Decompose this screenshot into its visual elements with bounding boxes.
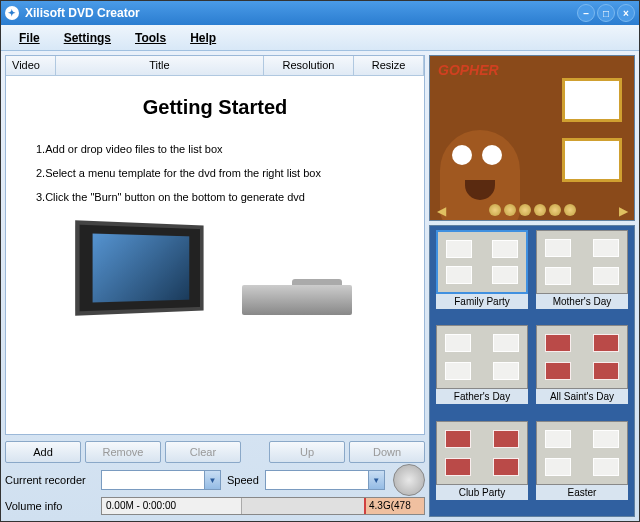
close-button[interactable]: × bbox=[617, 4, 635, 22]
video-list[interactable]: Video Title Resolution Resize Getting St… bbox=[5, 55, 425, 435]
template-item[interactable]: Easter bbox=[534, 421, 630, 512]
add-button[interactable]: Add bbox=[5, 441, 81, 463]
menu-file[interactable]: File bbox=[7, 27, 52, 49]
left-pane: Video Title Resolution Resize Getting St… bbox=[5, 55, 425, 517]
speed-label: Speed bbox=[227, 474, 259, 486]
menu-settings[interactable]: Settings bbox=[52, 27, 123, 49]
template-item[interactable]: All Saint's Day bbox=[534, 325, 630, 416]
maximize-button[interactable]: □ bbox=[597, 4, 615, 22]
template-list[interactable]: Family PartyMother's DayFather's DayAll … bbox=[429, 225, 635, 517]
clear-button[interactable]: Clear bbox=[165, 441, 241, 463]
action-buttons: Add Remove Clear Up Down bbox=[5, 439, 425, 465]
template-label: Club Party bbox=[436, 485, 528, 500]
preview-controls bbox=[430, 204, 634, 216]
template-label: Mother's Day bbox=[536, 294, 628, 309]
preview-brand: GOPHER bbox=[438, 62, 499, 78]
preview-slot-2 bbox=[562, 138, 622, 182]
app-window: ✦ Xilisoft DVD Creator – □ × File Settin… bbox=[0, 0, 640, 522]
titlebar: ✦ Xilisoft DVD Creator – □ × bbox=[1, 1, 639, 25]
step-3: 3.Click the "Burn" button on the bottom … bbox=[36, 191, 394, 203]
col-resize[interactable]: Resize bbox=[354, 56, 424, 75]
template-thumb[interactable] bbox=[436, 325, 528, 389]
template-label: Easter bbox=[536, 485, 628, 500]
template-thumb[interactable] bbox=[436, 421, 528, 485]
illustration bbox=[36, 223, 394, 315]
volume-capacity: 4.3G(478 bbox=[364, 498, 424, 514]
control-dot[interactable] bbox=[564, 204, 576, 216]
window-title: Xilisoft DVD Creator bbox=[25, 6, 140, 20]
template-thumb[interactable] bbox=[436, 230, 528, 294]
step-1: 1.Add or drop video files to the list bo… bbox=[36, 143, 394, 155]
recorder-select[interactable]: ▼ bbox=[101, 470, 221, 490]
dvd-player-icon bbox=[242, 285, 352, 315]
volume-bar: 0.00M - 0:00:00 4.3G(478 bbox=[101, 497, 425, 515]
template-item[interactable]: Club Party bbox=[434, 421, 530, 512]
minimize-button[interactable]: – bbox=[577, 4, 595, 22]
volume-used: 0.00M - 0:00:00 bbox=[102, 498, 242, 514]
volume-label: Volume info bbox=[5, 500, 95, 512]
chevron-down-icon: ▼ bbox=[204, 471, 220, 489]
list-header: Video Title Resolution Resize bbox=[6, 56, 424, 76]
remove-button[interactable]: Remove bbox=[85, 441, 161, 463]
template-thumb[interactable] bbox=[536, 230, 628, 294]
list-body: Getting Started 1.Add or drop video file… bbox=[6, 76, 424, 434]
right-pane: GOPHER ◀ ▶ Family PartyMother's DayFathe… bbox=[429, 55, 635, 517]
template-label: Father's Day bbox=[436, 389, 528, 404]
control-dot[interactable] bbox=[549, 204, 561, 216]
app-logo-icon: ✦ bbox=[5, 6, 19, 20]
template-thumb[interactable] bbox=[536, 421, 628, 485]
down-button[interactable]: Down bbox=[349, 441, 425, 463]
speed-select[interactable]: ▼ bbox=[265, 470, 385, 490]
menu-tools[interactable]: Tools bbox=[123, 27, 178, 49]
template-thumb[interactable] bbox=[536, 325, 628, 389]
template-preview: GOPHER ◀ ▶ bbox=[429, 55, 635, 221]
volume-row: Volume info 0.00M - 0:00:00 4.3G(478 bbox=[5, 495, 425, 517]
menubar: File Settings Tools Help bbox=[1, 25, 639, 51]
template-label: Family Party bbox=[436, 294, 528, 309]
recorder-label: Current recorder bbox=[5, 474, 95, 486]
col-video[interactable]: Video bbox=[6, 56, 56, 75]
control-dot[interactable] bbox=[519, 204, 531, 216]
template-item[interactable]: Mother's Day bbox=[534, 230, 630, 321]
control-dot[interactable] bbox=[504, 204, 516, 216]
template-item[interactable]: Family Party bbox=[434, 230, 530, 321]
control-dot[interactable] bbox=[534, 204, 546, 216]
recorder-row: Current recorder ▼ Speed ▼ bbox=[5, 469, 425, 491]
chevron-down-icon: ▼ bbox=[368, 471, 384, 489]
menu-help[interactable]: Help bbox=[178, 27, 228, 49]
tv-icon bbox=[76, 220, 204, 315]
col-resolution[interactable]: Resolution bbox=[264, 56, 354, 75]
up-button[interactable]: Up bbox=[269, 441, 345, 463]
burn-button[interactable] bbox=[393, 464, 425, 496]
template-label: All Saint's Day bbox=[536, 389, 628, 404]
getting-started-heading: Getting Started bbox=[36, 96, 394, 119]
col-title[interactable]: Title bbox=[56, 56, 264, 75]
step-2: 2.Select a menu template for the dvd fro… bbox=[36, 167, 394, 179]
template-item[interactable]: Father's Day bbox=[434, 325, 530, 416]
preview-slot-1 bbox=[562, 78, 622, 122]
control-dot[interactable] bbox=[489, 204, 501, 216]
